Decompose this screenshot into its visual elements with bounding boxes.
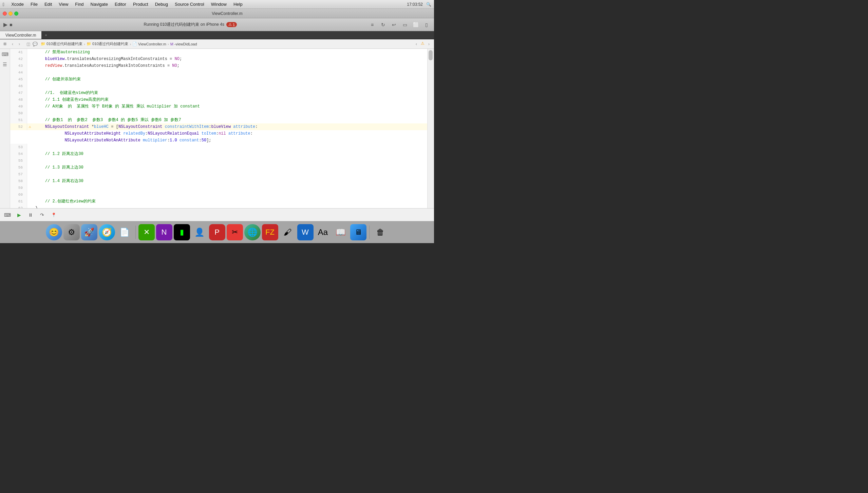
dock-contacts[interactable]: 👤 <box>191 224 208 240</box>
panel2-icon[interactable]: ⬜ <box>412 21 420 29</box>
align-left-icon[interactable]: ≡ <box>368 21 376 29</box>
return-icon[interactable]: ↩ <box>390 21 398 29</box>
menu-file[interactable]: File <box>28 1 40 7</box>
line-code: // 2.创建红色view的约束 <box>33 198 96 205</box>
menu-find[interactable]: Find <box>72 1 86 7</box>
menu-edit[interactable]: Edit <box>42 1 55 7</box>
dock-file-manager[interactable]: 📄 <box>116 224 133 240</box>
breadcrumb-file-label: ViewController.m <box>138 42 166 46</box>
active-tab[interactable]: ViewController.m <box>0 31 41 39</box>
panel3-icon[interactable]: ▯ <box>422 21 431 29</box>
line-code <box>33 157 38 164</box>
console-toggle[interactable]: ⌨ <box>3 211 12 219</box>
code-line-52-cont2: NSLayoutAttributeNotAnAttribute multipli… <box>10 137 427 144</box>
sidebar-toggle[interactable]: ◫ <box>25 41 31 47</box>
menu-navigate[interactable]: Navigate <box>88 1 111 7</box>
line-number: 44 <box>10 69 27 76</box>
dock-earth[interactable]: 🌐 <box>244 224 261 240</box>
menu-help[interactable]: Help <box>231 1 245 7</box>
location-icon[interactable]: 📍 <box>50 211 58 219</box>
cycle-icon[interactable]: ↻ <box>379 21 387 29</box>
code-line-54: 54 // 1.2 距离左边30 <box>10 151 427 157</box>
error-icon: ⚠ <box>228 22 232 27</box>
breadcrumb-sep3: › <box>168 42 169 46</box>
code-editor[interactable]: 41 // 禁用autoresizing 42 blueView.transla… <box>10 49 427 208</box>
dock-screensaver[interactable]: 🖥 <box>350 224 366 240</box>
dock-openoffice[interactable]: ✕ <box>138 224 155 240</box>
stop-button[interactable]: ■ <box>10 22 12 27</box>
nav-up-button[interactable]: ‹ <box>413 41 419 47</box>
dock-scissors[interactable]: ✂ <box>227 224 243 240</box>
code-line-48: 48 // 1.1 创建蓝色view高度的约束 <box>10 96 427 103</box>
dock-onenote[interactable]: N <box>156 224 172 240</box>
line-number: 45 <box>10 76 27 83</box>
dock-word[interactable]: W <box>297 224 314 240</box>
console-icon[interactable]: ⌨ <box>1 50 9 58</box>
dock-divider-2 <box>369 225 370 239</box>
menu-view[interactable]: View <box>56 1 71 7</box>
line-number: 62 <box>10 205 27 208</box>
line-number: 53 <box>10 144 27 151</box>
menu-window[interactable]: Window <box>208 1 229 7</box>
line-number: 55 <box>10 157 27 164</box>
nav-forward-button[interactable]: › <box>16 41 22 47</box>
dock-filezilla[interactable]: FZ <box>262 224 278 240</box>
run-button[interactable]: ▶ <box>3 21 7 28</box>
menu-product[interactable]: Product <box>130 1 151 7</box>
code-line-49: 49 // A对象 的 某属性 等于 B对象 的 某属性 乘以 multipli… <box>10 103 427 110</box>
maximize-button[interactable] <box>14 12 18 16</box>
line-code: // 参数1 的 参数2 参数3 参数4 的 参数5 乘以 参数6 加 参数7 <box>33 117 181 123</box>
breadcrumb-file[interactable]: 📄 ViewController.m <box>132 42 166 46</box>
line-code <box>33 69 38 76</box>
code-line-52: 52 ⚠ NSLayoutConstraint *blueHC = [NSLay… <box>10 123 427 130</box>
play-icon[interactable]: ▶ <box>15 211 23 219</box>
dock-paprika[interactable]: P <box>209 224 225 240</box>
breadcrumb-method[interactable]: M -viewDidLoad <box>170 42 197 46</box>
close-button[interactable] <box>3 12 7 16</box>
dock-brush[interactable]: 🖌 <box>280 224 296 240</box>
dock-font-tool[interactable]: Aa <box>315 224 331 240</box>
more-nav: ◫ 💬 <box>25 41 38 47</box>
left-sidebar: ⌨ ☰ <box>0 49 10 208</box>
line-number: 46 <box>10 83 27 90</box>
dock-safari[interactable]: 🧭 <box>99 224 115 240</box>
structure-icon[interactable]: ☰ <box>1 60 9 68</box>
step-over-icon[interactable]: ↷ <box>38 211 46 219</box>
line-code: // A对象 的 某属性 等于 B对象 的 某属性 乘以 multiplier … <box>33 103 200 110</box>
menu-debug[interactable]: Debug <box>152 1 171 7</box>
scroll-thumb[interactable] <box>429 50 434 60</box>
menu-source-control[interactable]: Source Control <box>172 1 207 7</box>
dock-trash[interactable]: 🗑 <box>372 224 389 240</box>
dock-launchpad[interactable]: 🚀 <box>81 224 97 240</box>
minimize-button[interactable] <box>8 12 13 16</box>
dock-font-book[interactable]: 📖 <box>333 224 349 240</box>
main-content: ⌨ ☰ 41 // 禁用autoresizing 42 blueView.tra… <box>0 49 434 208</box>
nav-back-button[interactable]: ‹ <box>10 41 16 47</box>
nav-down-button[interactable]: › <box>426 41 432 47</box>
panel1-icon[interactable]: ▭ <box>401 21 409 29</box>
method-icon: M <box>170 42 173 46</box>
line-code: redView.translatesAutoresizingMaskIntoCo… <box>33 62 180 69</box>
code-line-52-cont1: NSLayoutAttributeHeight relatedBy:NSLayo… <box>10 130 427 137</box>
line-code: // 创建并添加约束 <box>33 76 81 83</box>
breadcrumb-group[interactable]: 📁 010通过代码创建约束 <box>87 41 128 46</box>
dock-terminal[interactable]: ▮ <box>174 224 190 240</box>
breadcrumb-project[interactable]: 📁 010通过代码创建约束 <box>41 41 82 46</box>
menu-editor[interactable]: Editor <box>112 1 129 7</box>
line-number: 41 <box>10 49 27 56</box>
search-icon[interactable]: 🔍 <box>426 2 431 7</box>
tab-title: ViewController.m <box>212 11 242 16</box>
new-tab-button[interactable]: ＋ <box>41 33 51 38</box>
menu-xcode[interactable]: Xcode <box>8 1 26 7</box>
grid-view-icon[interactable]: ⊞ <box>2 41 7 47</box>
line-number: 50 <box>10 110 27 117</box>
messages-toggle[interactable]: 💬 <box>32 41 38 47</box>
code-line-57: 57 <box>10 171 427 178</box>
apple-menu[interactable]:  <box>3 2 4 7</box>
code-content: 41 // 禁用autoresizing 42 blueView.transla… <box>10 49 427 208</box>
code-line-41: 41 // 禁用autoresizing <box>10 49 427 56</box>
line-number: 54 <box>10 151 27 157</box>
pause-icon[interactable]: ⏸ <box>26 211 35 219</box>
dock-system-prefs[interactable]: ⚙ <box>63 224 80 240</box>
dock-finder[interactable]: 😊 <box>46 224 62 240</box>
